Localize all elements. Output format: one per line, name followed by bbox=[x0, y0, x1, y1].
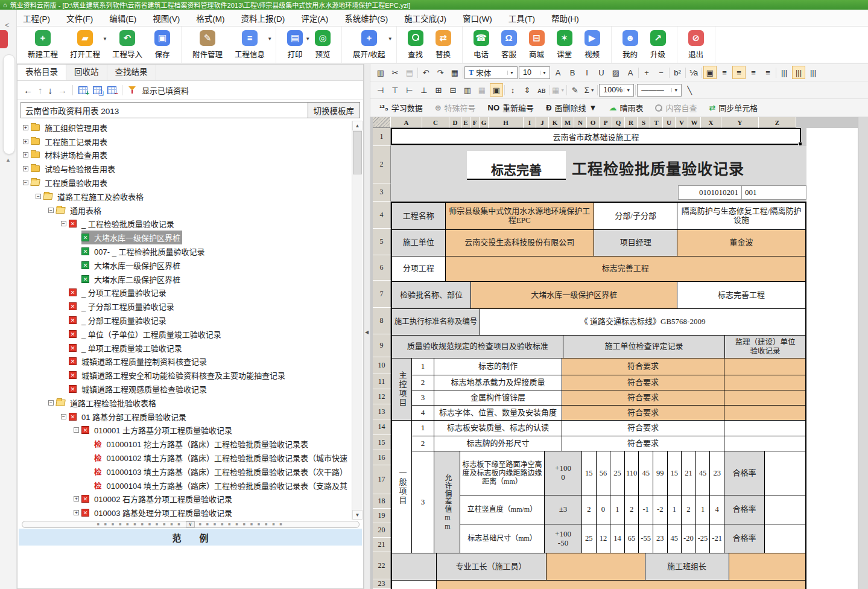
toolbar-classroom-button[interactable]: ✶课堂 bbox=[551, 27, 578, 63]
remove-form-icon[interactable]: − bbox=[107, 86, 116, 94]
scroll-down-icon[interactable]: ▼ bbox=[352, 510, 363, 520]
cell-blank[interactable] bbox=[392, 581, 437, 589]
split-cells-button[interactable]: ⊟ bbox=[446, 83, 460, 97]
cell-check-result[interactable]: 符合要求 bbox=[562, 390, 724, 406]
menu-编辑[interactable]: 编辑(E) bbox=[109, 12, 136, 24]
line-style-combo[interactable]: ———▼ bbox=[637, 84, 682, 97]
column-header-P[interactable]: P bbox=[600, 117, 612, 128]
cell-standard[interactable]: 《 道路交通标志标线》GB5768-2009 bbox=[480, 309, 805, 336]
toolbar-store-button[interactable]: ⊟商城 bbox=[523, 27, 551, 63]
measured-value-cell[interactable]: 99 bbox=[653, 451, 668, 495]
cell-pass-rate-value[interactable] bbox=[765, 524, 805, 553]
column-header-W[interactable]: W bbox=[688, 117, 701, 128]
cell-group-main-control[interactable]: 主控项目 bbox=[392, 358, 412, 421]
measured-value-cell[interactable]: 21 bbox=[682, 451, 696, 495]
cell-allowed-deviation[interactable]: ±3 bbox=[545, 495, 582, 524]
dropdown-caret-icon[interactable]: ▼ bbox=[388, 36, 393, 42]
column-header-F[interactable]: F bbox=[470, 117, 480, 128]
column-header-V[interactable]: V bbox=[676, 117, 688, 128]
cell-label-batch-name[interactable]: 检验批名称、部位 bbox=[392, 282, 471, 309]
row-header-8[interactable]: 8 bbox=[373, 308, 391, 334]
column-header-J[interactable]: J bbox=[536, 117, 549, 128]
cell-label-contractor[interactable]: 施工单位 bbox=[392, 230, 446, 256]
measured-value-cell[interactable]: 4 bbox=[710, 495, 724, 524]
row-header-7[interactable]: 7 bbox=[373, 281, 391, 308]
row-header-2[interactable]: 2 bbox=[373, 146, 391, 183]
underline-button[interactable]: U bbox=[595, 66, 608, 79]
nav-right-icon[interactable]: → bbox=[58, 85, 67, 95]
tree-item[interactable]: ✕大堵水库一级保护区界桩 bbox=[18, 258, 352, 272]
cell-item-no[interactable]: 1 bbox=[412, 421, 434, 436]
column-header-G[interactable]: G bbox=[480, 117, 489, 128]
collapse-box-icon[interactable]: − bbox=[36, 194, 41, 199]
cell-label-foreman[interactable]: 专业工长（施工员） bbox=[437, 553, 546, 581]
content-check-button[interactable]: 内容自查 bbox=[650, 101, 702, 115]
cell-label-standard[interactable]: 施工执行标准名称及编号 bbox=[392, 309, 480, 336]
dropdown-caret-icon[interactable]: ▼ bbox=[671, 88, 680, 92]
measured-value-cell[interactable]: 2 bbox=[582, 495, 597, 524]
line-spacing-dec-button[interactable]: ⇕ bbox=[521, 83, 534, 97]
row-header-12[interactable]: 12 bbox=[373, 389, 391, 404]
cell-item-name[interactable]: 标志的制作 bbox=[434, 358, 562, 375]
cell-deviation-name[interactable]: 立柱竖直度（mm/m） bbox=[460, 495, 545, 524]
copy-table-button[interactable]: ▥ bbox=[461, 83, 474, 97]
tab-回收站[interactable]: 回收站 bbox=[66, 65, 107, 80]
tree-scrollbar[interactable]: ▲ ▼ bbox=[352, 121, 363, 520]
measured-value-cell[interactable]: -25 bbox=[696, 524, 711, 553]
cell-check-result[interactable]: 符合要求 bbox=[562, 358, 724, 375]
tree-item[interactable]: ✕_ 子分部工程质量验收记录 bbox=[18, 299, 352, 313]
cell-general-no3[interactable]: 3 bbox=[412, 451, 434, 553]
expand-box-icon[interactable]: + bbox=[23, 166, 28, 171]
diagonal-line-button[interactable]: ╲ bbox=[683, 83, 696, 97]
menu-文件[interactable]: 文件(F) bbox=[66, 12, 93, 24]
barometer-button[interactable]: ☁晴雨表 bbox=[603, 101, 648, 115]
cell-pass-rate-value[interactable] bbox=[765, 495, 805, 524]
toolbar-profile-button[interactable]: ☻我的 bbox=[616, 27, 644, 63]
column-header-H[interactable]: H bbox=[489, 117, 524, 128]
menu-工具[interactable]: 工具(T) bbox=[508, 12, 535, 24]
expand-box-icon[interactable]: + bbox=[23, 125, 28, 130]
row-header-21[interactable]: 21 bbox=[373, 538, 391, 552]
column-header-A[interactable]: A bbox=[391, 117, 422, 128]
cell-supervisor-result[interactable] bbox=[724, 358, 805, 375]
column-header-C[interactable]: C bbox=[422, 117, 449, 128]
column-header-Y[interactable]: Y bbox=[721, 117, 759, 128]
zoom-combo[interactable]: 100%▼ bbox=[599, 84, 634, 97]
tree-item[interactable]: +试验与检验报告用表 bbox=[18, 162, 352, 176]
special-symbols-button[interactable]: ⊕特殊符号 bbox=[429, 101, 481, 115]
menu-工程[interactable]: 工程(P) bbox=[23, 12, 50, 24]
cell-code-main[interactable]: 0101010201 bbox=[678, 185, 742, 200]
tree-item[interactable]: −✕_ 工程检验批质量验收记录 bbox=[18, 217, 352, 231]
cell-item-no[interactable]: 3 bbox=[412, 390, 434, 406]
tree-item[interactable]: −道路工程施工及验收表格 bbox=[18, 189, 352, 203]
measured-value-cell[interactable]: -2 bbox=[653, 495, 668, 524]
column-header-U[interactable]: U bbox=[663, 117, 676, 128]
tree-item[interactable]: +✕010003 路基处理分项工程质量验收记录 bbox=[18, 506, 352, 520]
cell-blank[interactable] bbox=[392, 553, 437, 581]
row-header-16[interactable]: 16 bbox=[373, 450, 391, 465]
measured-value-cell[interactable]: 1 bbox=[610, 495, 625, 524]
column-header-D[interactable]: D bbox=[449, 117, 461, 128]
cell-pass-rate-label[interactable]: 合格率 bbox=[724, 451, 765, 495]
row-header-19[interactable]: 19 bbox=[373, 509, 391, 523]
cell-check-result[interactable]: 符合要求 bbox=[562, 421, 724, 436]
row-header-5[interactable]: 5 bbox=[373, 229, 391, 255]
tree-item[interactable]: −✕01 路基分部工程质量验收记录 bbox=[18, 410, 352, 424]
sum-button[interactable]: Σ▼ bbox=[583, 83, 596, 97]
tree-item[interactable]: ✕城镇道路工程质量控制资料核查记录 bbox=[18, 355, 352, 369]
nav-left-icon[interactable]: ← bbox=[24, 85, 33, 95]
row-header-13[interactable]: 13 bbox=[373, 404, 391, 419]
spell-check-button[interactable]: ᴀʙ bbox=[535, 83, 548, 97]
toolbar-find-button[interactable]: 查找 bbox=[402, 27, 429, 63]
toolbar-upgrade-button[interactable]: ↗升级 bbox=[644, 27, 672, 63]
cell-project-manager[interactable]: 董金波 bbox=[677, 230, 805, 256]
cell-item-name[interactable]: 金属构件镀锌层 bbox=[434, 390, 562, 406]
fill-color-button[interactable]: ▨ bbox=[609, 66, 622, 79]
sync-cells-button[interactable]: ⇄同步单元格 bbox=[703, 101, 763, 115]
cell-allowed-deviation[interactable]: +100 0 bbox=[545, 451, 582, 495]
tree-item[interactable]: +施工组织管理用表 bbox=[18, 121, 352, 135]
collapse-box-icon[interactable]: − bbox=[61, 414, 66, 419]
splitter-left-arrow-icon[interactable]: ◀ bbox=[365, 330, 369, 335]
line-spacing-inc-button[interactable]: ↕ bbox=[506, 83, 519, 97]
learn-data-button[interactable]: ¹²₃学习数据 bbox=[374, 101, 428, 115]
